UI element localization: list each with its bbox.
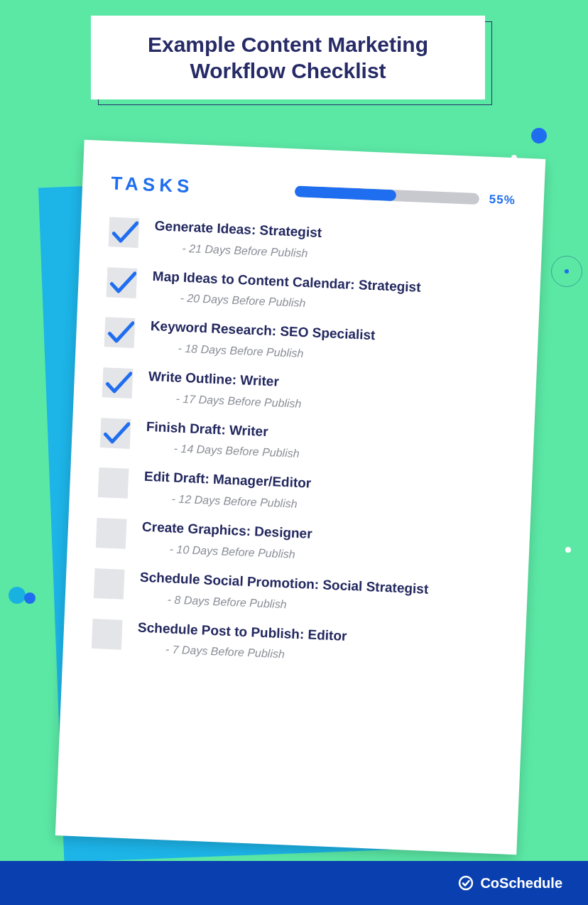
task-subtitle: - 17 Days Before Publish (175, 392, 302, 410)
task-checkbox[interactable] (104, 318, 136, 349)
task-body: Finish Draft: Writer- 14 Days Before Pub… (145, 417, 300, 461)
task-subtitle: - 18 Days Before Publish (178, 342, 374, 364)
task-row: Write Outline: Writer- 17 Days Before Pu… (102, 364, 508, 419)
task-title: Write Outline: Writer (148, 368, 303, 392)
decoration-ring (551, 256, 582, 287)
task-body: Map Ideas to Content Calendar: Strategis… (151, 266, 421, 315)
task-title: Edit Draft: Manager/Editor (143, 468, 311, 493)
task-subtitle: - 21 Days Before Publish (182, 242, 321, 260)
brand-logo-icon (457, 874, 474, 892)
decoration-dot (9, 587, 26, 604)
task-checkbox[interactable] (92, 618, 123, 649)
task-row: Keyword Research: SEO Specialist- 18 Day… (104, 315, 510, 369)
task-checkbox[interactable] (98, 468, 129, 499)
check-icon (101, 418, 131, 448)
task-checkbox[interactable] (94, 568, 125, 600)
task-checkbox[interactable] (109, 217, 140, 248)
task-row: Create Graphics: Designer- 10 Days Befor… (95, 515, 501, 570)
check-icon (103, 368, 133, 398)
task-checkbox[interactable] (96, 518, 127, 549)
decoration-dot (531, 128, 547, 143)
task-body: Write Outline: Writer- 17 Days Before Pu… (147, 367, 303, 411)
task-checkbox[interactable] (100, 418, 131, 449)
progress-label: 55% (489, 192, 516, 207)
svg-point-0 (459, 877, 472, 889)
task-body: Create Graphics: Designer- 10 Days Befor… (141, 517, 312, 562)
task-subtitle: - 12 Days Before Publish (171, 493, 310, 511)
task-checkbox[interactable] (107, 267, 138, 298)
progress-bar (295, 185, 479, 205)
task-subtitle: - 7 Days Before Publish (165, 643, 346, 663)
check-icon (107, 268, 137, 298)
task-body: Schedule Social Promotion: Social Strate… (138, 567, 428, 617)
page-title: Example Content Marketing Workflow Check… (112, 31, 464, 85)
progress-fill (295, 185, 397, 201)
task-title: Create Graphics: Designer (142, 519, 313, 543)
task-subtitle: - 20 Days Before Publish (180, 292, 420, 315)
task-subtitle: - 10 Days Before Publish (169, 543, 311, 561)
brand-name: CoSchedule (480, 875, 562, 892)
task-title: Generate Ideas: Strategist (154, 217, 322, 242)
check-icon (105, 318, 135, 348)
card-header: TASKS 55% (111, 172, 516, 211)
task-list: Generate Ideas: Strategist- 21 Days Befo… (92, 214, 514, 670)
check-icon (109, 217, 139, 247)
task-body: Generate Ideas: Strategist- 21 Days Befo… (153, 216, 322, 261)
task-title: Finish Draft: Writer (146, 418, 300, 443)
checklist-card: TASKS 55% Generate Ideas: Strategist- 21… (55, 140, 545, 855)
task-row: Map Ideas to Content Calendar: Strategis… (106, 264, 512, 319)
brand: CoSchedule (457, 874, 562, 892)
task-row: Edit Draft: Manager/Editor- 12 Days Befo… (97, 465, 503, 520)
decoration-dot (24, 592, 36, 604)
task-title: Schedule Post to Publish: Editor (138, 619, 347, 645)
footer-bar: CoSchedule (0, 861, 588, 905)
task-body: Schedule Post to Publish: Editor- 7 Days… (137, 617, 347, 663)
task-row: Schedule Social Promotion: Social Strate… (94, 565, 500, 620)
task-checkbox[interactable] (102, 367, 134, 399)
title-box: Example Content Marketing Workflow Check… (91, 16, 485, 99)
task-body: Edit Draft: Manager/Editor- 12 Days Befo… (143, 467, 311, 511)
task-subtitle: - 14 Days Before Publish (173, 443, 300, 460)
decoration-dot (565, 547, 571, 553)
task-row: Finish Draft: Writer- 14 Days Before Pub… (99, 415, 506, 470)
task-title: Keyword Research: SEO Specialist (150, 318, 376, 345)
task-body: Keyword Research: SEO Specialist- 18 Day… (149, 316, 376, 363)
task-row: Schedule Post to Publish: Editor- 7 Days… (92, 615, 498, 670)
progress: 55% (207, 180, 516, 207)
task-row: Generate Ideas: Strategist- 21 Days Befo… (108, 214, 514, 269)
tasks-heading: TASKS (111, 172, 194, 197)
